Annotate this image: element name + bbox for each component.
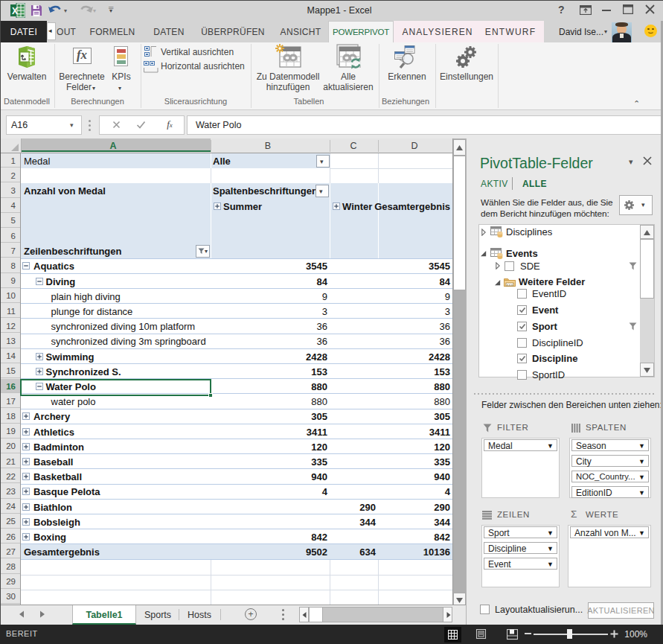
svg-text:X: X (12, 6, 18, 16)
